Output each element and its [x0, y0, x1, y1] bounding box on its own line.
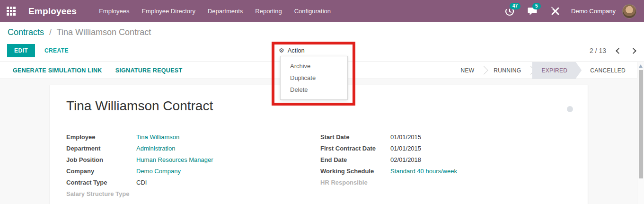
field-label: Contract Type	[66, 179, 136, 186]
breadcrumb: Contracts / Tina Williamson Contract	[8, 27, 151, 37]
action-button-label: Action	[288, 47, 305, 54]
status-dot	[567, 106, 573, 112]
end-date-value: 02/01/2018	[390, 156, 421, 163]
scroll-up-arrow-icon[interactable]	[639, 64, 643, 68]
field-row-hr-responsible: HR Responsible	[320, 177, 566, 188]
breadcrumb-parent[interactable]: Contracts	[8, 27, 44, 37]
state-expired[interactable]: EXPIRED	[532, 62, 582, 79]
state-new[interactable]: NEW	[452, 62, 483, 79]
pager-previous-icon[interactable]	[616, 48, 622, 54]
field-label: Company	[66, 168, 136, 175]
action-dropdown: ⚙ Action Archive Duplicate Delete	[277, 46, 307, 54]
nav-item-configuration[interactable]: Configuration	[288, 0, 337, 22]
field-row-department: Department Administration	[66, 142, 293, 154]
field-label: Department	[66, 145, 136, 152]
user-avatar[interactable]	[622, 4, 636, 18]
pager-next-icon[interactable]	[630, 48, 636, 54]
company-switcher[interactable]: Demo Company	[566, 8, 622, 15]
messages-badge: 5	[532, 3, 541, 9]
field-label: End Date	[320, 156, 390, 163]
top-navbar: Employees Employees Employee Directory D…	[0, 0, 644, 22]
state-running[interactable]: RUNNING	[485, 62, 529, 79]
nav-item-departments[interactable]: Departments	[202, 0, 249, 22]
first-contract-date-value: 01/01/2015	[390, 145, 421, 152]
activities-menu[interactable]: 47	[503, 5, 516, 18]
field-label: Job Position	[66, 156, 136, 163]
field-row-salary-structure-type: Salary Structure Type	[66, 188, 293, 199]
statusbar-buttons: GENERATE SIMULATION LINK SIGNATURE REQUE…	[0, 67, 195, 74]
field-label: HR Responsible	[320, 179, 390, 186]
state-cancelled[interactable]: CANCELLED	[582, 62, 634, 79]
start-date-value: 01/01/2015	[390, 133, 421, 141]
breadcrumb-current: Tina Williamson Contract	[57, 27, 151, 37]
field-label: Start Date	[320, 133, 390, 141]
job-position-link[interactable]: Human Resources Manager	[136, 156, 213, 163]
nav-item-reporting[interactable]: Reporting	[249, 0, 288, 22]
fields-left-column: Employee Tina Williamson Department Admi…	[66, 131, 293, 199]
scrollbar-thumb[interactable]	[639, 70, 643, 178]
company-link[interactable]: Demo Company	[136, 168, 181, 175]
action-button[interactable]: ⚙ Action	[277, 46, 307, 54]
field-label: Salary Structure Type	[66, 190, 136, 197]
apps-menu-button[interactable]	[0, 0, 22, 22]
app-name: Employees	[22, 6, 85, 17]
field-row-job-position: Job Position Human Resources Manager	[66, 154, 293, 165]
fields-right-column: Start Date 01/01/2015 First Contract Dat…	[320, 131, 566, 188]
tools-icon	[551, 7, 560, 16]
field-row-end-date: End Date 02/01/2018	[320, 154, 566, 165]
field-label: Working Schedule	[320, 168, 390, 175]
field-row-first-contract-date: First Contract Date 01/01/2015	[320, 142, 566, 154]
field-row-contract-type: Contract Type CDI	[66, 177, 293, 188]
department-link[interactable]: Administration	[136, 145, 175, 152]
create-button[interactable]: CREATE	[38, 44, 75, 57]
menu-item-delete[interactable]: Delete	[281, 84, 347, 96]
action-dropdown-menu: Archive Duplicate Delete	[280, 56, 348, 100]
nav-item-employees[interactable]: Employees	[93, 0, 135, 22]
menu-item-duplicate[interactable]: Duplicate	[281, 72, 347, 84]
menu-item-archive[interactable]: Archive	[281, 60, 347, 72]
pager-value: 2 / 13	[590, 47, 606, 54]
field-label: First Contract Date	[320, 145, 390, 152]
field-label: Employee	[66, 133, 136, 141]
apps-grid-icon	[7, 7, 16, 16]
gear-icon: ⚙	[279, 47, 284, 54]
employee-link[interactable]: Tina Williamson	[136, 133, 179, 141]
nav-menu: Employees Employee Directory Departments…	[93, 0, 337, 22]
generate-simulation-link-button[interactable]: GENERATE SIMULATION LINK	[13, 67, 102, 74]
button-row: EDIT CREATE	[7, 44, 75, 57]
signature-request-button[interactable]: SIGNATURE REQUEST	[115, 67, 183, 74]
tools-menu[interactable]	[549, 5, 561, 18]
statusbar-states: NEW RUNNING EXPIRED CANCELLED	[452, 62, 637, 79]
field-row-employee: Employee Tina Williamson	[66, 131, 293, 142]
contract-type-value: CDI	[136, 179, 147, 186]
messages-menu[interactable]: 5	[526, 5, 538, 18]
nav-item-employee-directory[interactable]: Employee Directory	[135, 0, 201, 22]
activities-badge: 47	[510, 3, 520, 9]
edit-button[interactable]: EDIT	[7, 44, 35, 57]
form-sheet: Tina Williamson Contract Employee Tina W…	[50, 85, 588, 204]
contract-title: Tina Williamson Contract	[66, 98, 213, 114]
breadcrumb-separator: /	[46, 27, 54, 37]
working-schedule-link[interactable]: Standard 40 hours/week	[390, 168, 457, 175]
field-row-company: Company Demo Company	[66, 165, 293, 177]
vertical-scrollbar	[637, 62, 644, 204]
pager: 2 / 13	[590, 47, 635, 54]
field-row-working-schedule: Working Schedule Standard 40 hours/week	[320, 165, 566, 177]
field-row-start-date: Start Date 01/01/2015	[320, 131, 566, 142]
systray: 47 5 Demo Company	[498, 0, 644, 22]
